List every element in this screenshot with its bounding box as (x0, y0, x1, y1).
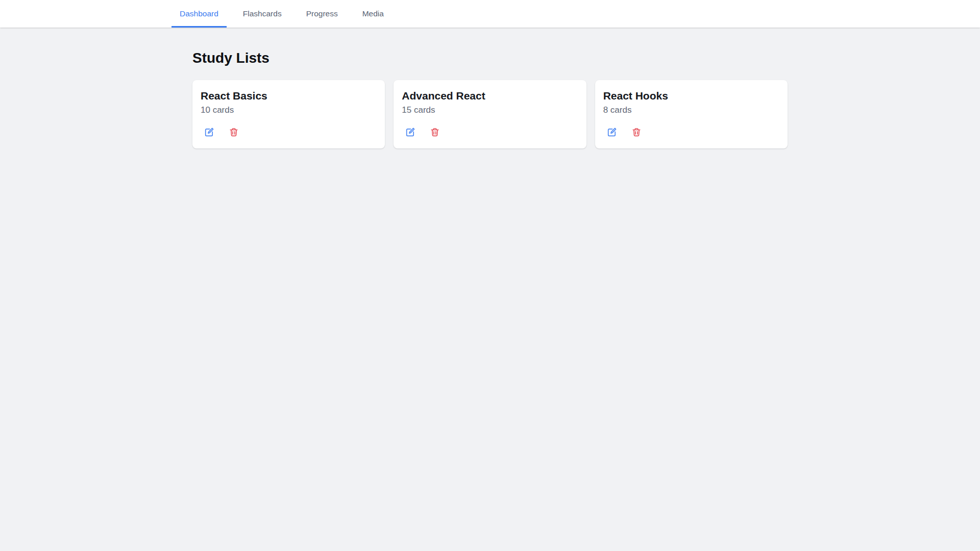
study-lists-grid: React Basics 10 cards (192, 80, 788, 148)
delete-button[interactable] (631, 127, 642, 137)
top-nav-bar: Dashboard Flashcards Progress Media (0, 0, 980, 28)
edit-button[interactable] (204, 127, 214, 137)
card-actions (402, 127, 578, 137)
delete-button[interactable] (430, 127, 440, 137)
page-title: Study Lists (192, 49, 788, 67)
card-count: 8 cards (603, 104, 779, 117)
nav-tabs: Dashboard Flashcards Progress Media (172, 0, 392, 28)
tab-progress[interactable]: Progress (298, 0, 346, 28)
study-list-card: React Hooks 8 cards (595, 80, 788, 148)
edit-button[interactable] (607, 127, 617, 137)
tab-media[interactable]: Media (354, 0, 392, 28)
delete-button[interactable] (229, 127, 239, 137)
card-title: React Hooks (603, 88, 779, 104)
card-title: React Basics (201, 88, 377, 104)
tab-flashcards[interactable]: Flashcards (235, 0, 290, 28)
card-actions (201, 127, 377, 137)
nav-inner-container: Dashboard Flashcards Progress Media (172, 0, 808, 28)
card-count: 10 cards (201, 104, 377, 117)
study-list-card: Advanced React 15 cards (394, 80, 586, 148)
card-actions (603, 127, 779, 137)
card-title: Advanced React (402, 88, 578, 104)
tab-dashboard[interactable]: Dashboard (172, 0, 227, 28)
main-content: Study Lists React Basics 10 cards (192, 28, 788, 148)
card-count: 15 cards (402, 104, 578, 117)
study-list-card: React Basics 10 cards (192, 80, 385, 148)
edit-button[interactable] (405, 127, 415, 137)
